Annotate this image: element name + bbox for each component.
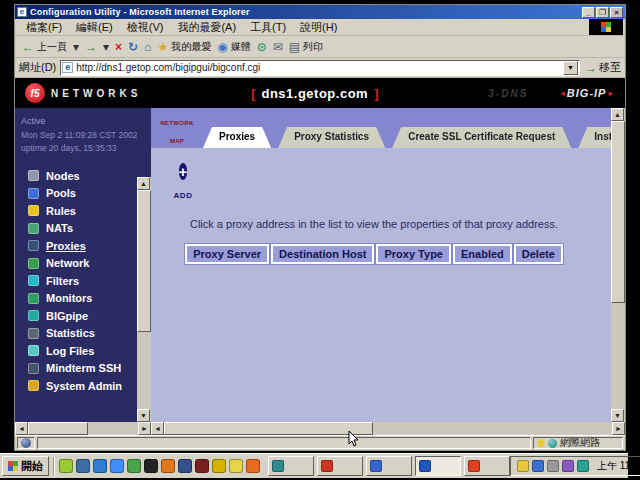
status-state: Active — [21, 116, 133, 126]
proxy-table-header-row: Proxy ServerDestination HostProxy TypeEn… — [151, 244, 597, 264]
add-proxy-button[interactable]: + ADD — [169, 160, 197, 202]
menu-item[interactable]: 檔案(F) — [19, 19, 69, 36]
network-map-button[interactable]: NETWORK MAP — [155, 111, 199, 147]
system-tray: 上午 11:00 — [510, 456, 640, 476]
taskbar-window-button-4[interactable] — [415, 456, 461, 476]
taskbar-clock[interactable]: 上午 11:00 — [597, 459, 640, 473]
taskbar-window-button-1[interactable] — [268, 456, 314, 476]
quick-launch-app-5[interactable] — [127, 459, 141, 473]
print-button[interactable]: ▤ 列印 — [286, 37, 326, 57]
table-column-header[interactable]: Destination Host — [271, 244, 374, 264]
media-button[interactable]: ◉ 媒體 — [214, 37, 253, 57]
menu-item[interactable]: 工具(T) — [243, 19, 293, 36]
table-column-header[interactable]: Enabled — [453, 244, 512, 264]
main-vertical-scrollbar[interactable]: ▲ ▼ — [611, 108, 625, 422]
sidebar-item[interactable]: Rules — [15, 202, 137, 220]
table-column-header[interactable]: Proxy Type — [376, 244, 451, 264]
tray-icon-5[interactable] — [577, 460, 589, 472]
filters-icon — [28, 275, 39, 286]
sidebar-item[interactable]: Statistics — [15, 325, 137, 343]
taskbar-window-button-2[interactable] — [317, 456, 363, 476]
scroll-left-icon[interactable]: ◄ — [15, 422, 28, 435]
scroll-down-icon[interactable]: ▼ — [611, 409, 624, 422]
refresh-button[interactable]: ↻ — [125, 37, 141, 57]
sidebar-item[interactable]: Network — [15, 255, 137, 273]
nats-icon — [28, 223, 39, 234]
taskbar-window-button-5[interactable] — [464, 456, 510, 476]
minimize-button[interactable]: _ — [582, 7, 595, 18]
quick-launch-app-10[interactable] — [212, 459, 226, 473]
table-column-header[interactable]: Proxy Server — [185, 244, 269, 264]
sidebar-item[interactable]: System Admin — [15, 377, 137, 395]
scrollbar-thumb[interactable] — [137, 190, 151, 332]
sidebar-horizontal-scrollbar[interactable]: ◄ ► — [15, 422, 151, 435]
table-column-header[interactable]: Delete — [514, 244, 563, 264]
title-bar[interactable]: e Configuration Utility - Microsoft Inte… — [15, 5, 625, 19]
maximize-button[interactable]: ❐ — [596, 7, 609, 18]
scroll-right-icon[interactable]: ► — [138, 422, 151, 435]
scroll-up-icon[interactable]: ▲ — [611, 108, 624, 121]
sidebar-item[interactable]: Nodes — [15, 167, 137, 185]
scrollbar-thumb[interactable] — [164, 422, 373, 435]
quick-launch-app-9[interactable] — [195, 459, 209, 473]
back-dropdown[interactable]: ▾ — [70, 37, 82, 57]
quick-launch-app-6[interactable] — [144, 459, 158, 473]
tab[interactable]: Proxies — [203, 127, 271, 148]
mail-button[interactable]: ✉ — [270, 37, 286, 57]
menu-item[interactable]: 編輯(E) — [69, 19, 120, 36]
quick-launch-app-12[interactable] — [246, 459, 260, 473]
sidebar-item[interactable]: NATs — [15, 220, 137, 238]
quick-launch-app-3[interactable] — [93, 459, 107, 473]
sidebar-item[interactable]: BIGpipe — [15, 307, 137, 325]
tab[interactable]: Create SSL Certificate Request — [392, 127, 571, 148]
forward-dropdown[interactable]: ▾ — [100, 37, 112, 57]
sidebar-item[interactable]: Proxies — [15, 237, 137, 255]
sidebar-item[interactable]: Monitors — [15, 290, 137, 308]
stop-button[interactable]: × — [112, 37, 125, 57]
tray-icon-4[interactable] — [562, 460, 574, 472]
forward-button[interactable]: → — [82, 37, 100, 57]
taskbar-window-buttons — [268, 456, 510, 476]
quick-launch-app-11[interactable] — [229, 459, 243, 473]
back-button[interactable]: ← 上一頁 — [19, 37, 70, 57]
quick-launch-app-8[interactable] — [178, 459, 192, 473]
sidebar-vertical-scrollbar[interactable]: ▲ ▼ — [137, 108, 151, 422]
tray-icon-2[interactable] — [532, 460, 544, 472]
sidebar-item[interactable]: Mindterm SSH — [15, 360, 137, 378]
tray-icon-3[interactable] — [547, 460, 559, 472]
tab[interactable]: Install SSL Certificate — [578, 127, 611, 148]
menu-item[interactable]: 我的最愛(A) — [170, 19, 243, 36]
tab[interactable]: Proxy Statistics — [278, 127, 385, 148]
favorites-button[interactable]: ★ 我的最愛 — [154, 37, 214, 57]
main-horizontal-scrollbar[interactable]: ◄ ► — [151, 422, 625, 435]
quick-launch-app-1[interactable] — [59, 459, 73, 473]
taskbar-window-button-3[interactable] — [366, 456, 412, 476]
home-button[interactable]: ⌂ — [141, 37, 154, 57]
start-label: 開始 — [21, 459, 43, 474]
sidebar-item-label: Rules — [46, 205, 76, 217]
start-button[interactable]: 開始 — [2, 456, 49, 476]
menu-item[interactable]: 說明(H) — [293, 19, 344, 36]
monitors-icon — [28, 293, 39, 304]
tray-icon-1[interactable] — [517, 460, 529, 472]
go-button[interactable]: → 移至 — [585, 60, 621, 75]
scroll-right-icon[interactable]: ► — [612, 422, 625, 435]
quick-launch-app-2[interactable] — [76, 459, 90, 473]
scroll-up-icon[interactable]: ▲ — [137, 177, 150, 190]
close-button[interactable]: × — [610, 7, 623, 18]
scroll-down-icon[interactable]: ▼ — [137, 409, 150, 422]
scrollbar-thumb[interactable] — [611, 121, 625, 303]
scroll-left-icon[interactable]: ◄ — [151, 422, 164, 435]
address-dropdown-icon[interactable]: ▼ — [563, 61, 578, 75]
menu-item[interactable]: 檢視(V) — [120, 19, 171, 36]
quick-launch-app-4[interactable] — [110, 459, 124, 473]
quick-launch-app-7[interactable] — [161, 459, 175, 473]
history-button[interactable]: ⊙ — [254, 37, 270, 57]
sidebar-item[interactable]: Log Files — [15, 342, 137, 360]
sidebar-item[interactable]: Filters — [15, 272, 137, 290]
address-input[interactable] — [76, 62, 563, 73]
scrollbar-thumb[interactable] — [28, 422, 88, 435]
rules-icon — [28, 205, 39, 216]
go-label: 移至 — [599, 60, 621, 75]
sidebar-item[interactable]: Pools — [15, 185, 137, 203]
